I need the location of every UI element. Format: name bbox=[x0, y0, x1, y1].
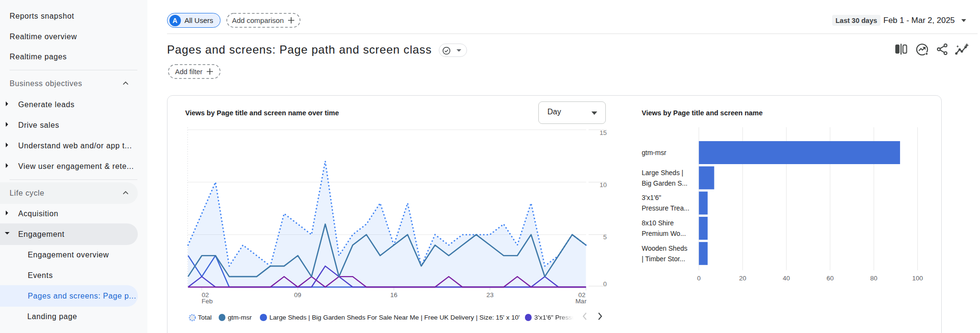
svg-text:gtm-msr: gtm-msr bbox=[642, 149, 667, 156]
svg-text:10: 10 bbox=[600, 181, 607, 189]
svg-text:Feb: Feb bbox=[201, 298, 212, 305]
svg-text:| Timber Stor...: | Timber Stor... bbox=[642, 255, 685, 263]
svg-text:Big Garden S...: Big Garden S... bbox=[642, 179, 688, 187]
svg-text:Wooden Sheds: Wooden Sheds bbox=[642, 244, 687, 252]
svg-text:3'x1'6": 3'x1'6" bbox=[642, 194, 661, 201]
svg-text:20: 20 bbox=[739, 275, 746, 282]
svg-text:16: 16 bbox=[390, 291, 397, 299]
svg-text:09: 09 bbox=[294, 291, 301, 299]
svg-text:8x10 Shire: 8x10 Shire bbox=[642, 219, 674, 227]
svg-text:80: 80 bbox=[870, 275, 878, 282]
svg-text:Pressure Trea...: Pressure Trea... bbox=[642, 204, 690, 212]
svg-text:15: 15 bbox=[600, 129, 607, 136]
svg-text:100: 100 bbox=[912, 275, 923, 282]
svg-text:Views by Page title and screen: Views by Page title and screen name over… bbox=[185, 109, 339, 117]
svg-text:Premium Wo...: Premium Wo... bbox=[642, 230, 686, 237]
svg-text:0: 0 bbox=[697, 275, 701, 282]
svg-text:Views by Page title and screen: Views by Page title and screen name bbox=[642, 109, 763, 117]
svg-text:60: 60 bbox=[826, 275, 834, 282]
svg-text:5: 5 bbox=[603, 233, 607, 241]
svg-text:23: 23 bbox=[486, 291, 493, 299]
svg-text:Mar: Mar bbox=[575, 298, 587, 305]
svg-text:40: 40 bbox=[783, 275, 790, 282]
svg-text:Large Sheds |: Large Sheds | bbox=[642, 169, 683, 177]
svg-text:0: 0 bbox=[603, 280, 607, 288]
